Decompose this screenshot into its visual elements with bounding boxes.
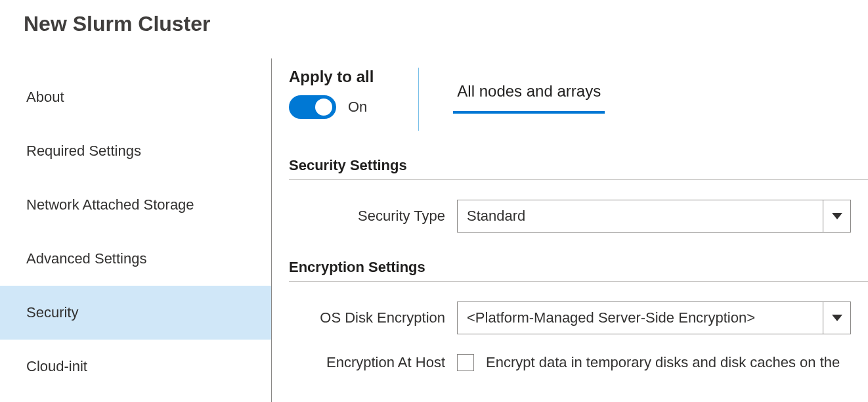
form-row-os-disk-encryption: OS Disk Encryption <Platform-Managed Ser… <box>289 302 868 334</box>
apply-to-all-toggle[interactable] <box>289 95 336 119</box>
toggle-knob <box>315 99 332 116</box>
security-type-caret <box>823 200 850 232</box>
sidebar: About Required Settings Network Attached… <box>0 58 272 402</box>
top-row: Apply to all On All nodes and arrays <box>289 68 868 131</box>
apply-to-all-block: Apply to all On <box>289 68 419 131</box>
sidebar-item-cloud-init[interactable]: Cloud-init <box>0 340 271 393</box>
encryption-at-host-label: Encryption At Host <box>289 354 457 371</box>
sidebar-item-security[interactable]: Security <box>0 286 271 340</box>
os-disk-encryption-label: OS Disk Encryption <box>289 309 457 326</box>
os-disk-encryption-value: <Platform-Managed Server-Side Encryption… <box>458 309 755 326</box>
sidebar-item-advanced-settings[interactable]: Advanced Settings <box>0 232 271 286</box>
security-type-select[interactable]: Standard <box>457 200 851 233</box>
content-wrapper: About Required Settings Network Attached… <box>0 58 868 402</box>
os-disk-encryption-select[interactable]: <Platform-Managed Server-Side Encryption… <box>457 302 851 334</box>
apply-to-all-toggle-row: On <box>289 95 374 119</box>
form-row-security-type: Security Type Standard <box>289 200 868 233</box>
encryption-at-host-description: Encrypt data in temporary disks and disk… <box>486 354 840 371</box>
apply-to-all-label: Apply to all <box>289 68 374 86</box>
apply-to-all-state-text: On <box>348 99 367 116</box>
chevron-down-icon <box>832 315 842 321</box>
security-type-value: Standard <box>458 208 525 225</box>
sidebar-item-required-settings[interactable]: Required Settings <box>0 124 271 178</box>
page-title: New Slurm Cluster <box>0 0 868 36</box>
encryption-at-host-checkbox[interactable] <box>457 354 474 371</box>
form-row-encryption-at-host: Encryption At Host Encrypt data in tempo… <box>289 354 868 371</box>
tab-all-nodes-and-arrays[interactable]: All nodes and arrays <box>453 79 605 114</box>
section-header-security: Security Settings <box>289 157 868 180</box>
main-panel: Apply to all On All nodes and arrays Sec… <box>272 58 868 402</box>
sidebar-item-network-attached-storage[interactable]: Network Attached Storage <box>0 178 271 232</box>
security-type-label: Security Type <box>289 208 457 225</box>
tab-bar: All nodes and arrays <box>419 68 605 114</box>
os-disk-encryption-caret <box>823 302 850 334</box>
sidebar-item-about[interactable]: About <box>0 70 271 124</box>
section-header-encryption: Encryption Settings <box>289 259 868 282</box>
chevron-down-icon <box>832 213 842 219</box>
